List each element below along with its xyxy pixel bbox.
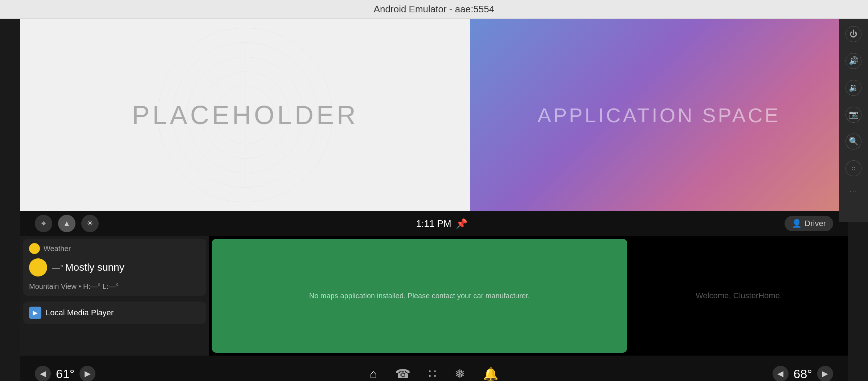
home-nav-button[interactable]: ⌂ xyxy=(370,367,377,381)
camera-button[interactable]: 📷 xyxy=(846,107,861,123)
map-area[interactable]: No maps application installed. Please co… xyxy=(212,239,627,353)
map-container: No maps application installed. Please co… xyxy=(209,236,630,356)
weather-sun-small-icon xyxy=(29,243,40,254)
bottom-nav: ◀ 61° ▶ ⌂ ☎ ∷ ❅ 🔔 ◀ 68° ▶ xyxy=(20,356,848,381)
side-controls: ⏻ 🔊 🔉 📷 🔍 ○ ··· xyxy=(839,19,868,222)
status-left-icons: ⌖ ▲ ☀ xyxy=(35,215,99,232)
driver-label: Driver xyxy=(804,219,826,228)
screen-top: PLACEHOLDER APPLICATION SPACE xyxy=(20,19,848,211)
temp-right-decrease-button[interactable]: ◀ xyxy=(773,366,789,381)
emulator-container: PLACEHOLDER APPLICATION SPACE ⌖ ▲ ☀ 1:11… xyxy=(20,19,848,381)
panel-left: PLACEHOLDER xyxy=(20,19,470,211)
driver-badge[interactable]: 👤 Driver xyxy=(785,216,833,231)
window-chrome: Android Emulator - aae:5554 xyxy=(0,0,868,19)
cluster-home-panel: Welcome, ClusterHome. xyxy=(630,236,848,356)
placeholder-label: PLACEHOLDER xyxy=(132,100,359,130)
weather-card-header: Weather xyxy=(23,239,206,257)
weather-condition: Mostly sunny xyxy=(65,262,124,273)
wifi-icon[interactable]: ▲ xyxy=(58,215,75,232)
temp-left-increase-button[interactable]: ▶ xyxy=(79,366,95,381)
apps-nav-button[interactable]: ∷ xyxy=(429,366,437,381)
zoom-button[interactable]: 🔍 xyxy=(846,134,861,149)
temp-control-left: ◀ 61° ▶ xyxy=(35,366,95,381)
panel-right: APPLICATION SPACE xyxy=(470,19,848,211)
media-app-icon: ▶ xyxy=(29,307,41,319)
status-right: 👤 Driver xyxy=(785,216,833,231)
temp-right-value: 68° xyxy=(794,367,812,381)
status-center: 1:11 PM 📌 xyxy=(416,218,467,229)
weather-location: Mountain View • H:—° L:—° xyxy=(23,279,206,296)
brightness-icon[interactable]: ☀ xyxy=(81,215,99,232)
nav-center-icons: ⌂ ☎ ∷ ❅ 🔔 xyxy=(370,366,499,381)
notification-panel: Weather —° Mostly sunny Mountain View • … xyxy=(20,236,209,356)
media-card[interactable]: ▶ Local Media Player xyxy=(23,302,206,324)
phone-nav-button[interactable]: ☎ xyxy=(395,366,410,381)
power-button[interactable]: ⏻ xyxy=(846,26,861,42)
location-pin-icon: 📌 xyxy=(456,218,467,229)
temp-right-increase-button[interactable]: ▶ xyxy=(817,366,833,381)
temp-control-right: ◀ 68° ▶ xyxy=(773,366,833,381)
status-bar: ⌖ ▲ ☀ 1:11 PM 📌 👤 Driver xyxy=(20,211,848,236)
weather-main-row: —° Mostly sunny xyxy=(23,257,206,279)
temp-left-value: 61° xyxy=(56,367,74,381)
window-title: Android Emulator - aae:5554 xyxy=(374,4,494,15)
notifications-nav-button[interactable]: 🔔 xyxy=(483,366,498,381)
cluster-home-text: Welcome, ClusterHome. xyxy=(696,291,782,300)
sun-icon-large xyxy=(29,258,47,276)
volume-down-button[interactable]: 🔉 xyxy=(846,80,861,96)
media-label: Local Media Player xyxy=(46,308,114,318)
circle-button[interactable]: ○ xyxy=(846,160,861,176)
weather-condition-group: —° Mostly sunny xyxy=(52,262,124,273)
weather-card[interactable]: Weather —° Mostly sunny Mountain View • … xyxy=(23,239,206,296)
weather-temp-prefix: —° xyxy=(52,263,64,273)
more-button[interactable]: ··· xyxy=(849,187,858,196)
screen-bottom: Weather —° Mostly sunny Mountain View • … xyxy=(20,236,848,356)
ac-nav-button[interactable]: ❅ xyxy=(455,366,465,381)
temp-left-decrease-button[interactable]: ◀ xyxy=(35,366,51,381)
app-space-label: APPLICATION SPACE xyxy=(537,103,780,127)
person-icon: 👤 xyxy=(792,219,802,228)
bluetooth-icon[interactable]: ⌖ xyxy=(35,215,52,232)
weather-section-label: Weather xyxy=(44,245,71,253)
map-no-app-message: No maps application installed. Please co… xyxy=(309,292,530,300)
status-time: 1:11 PM xyxy=(416,218,451,229)
volume-up-button[interactable]: 🔊 xyxy=(846,53,861,69)
